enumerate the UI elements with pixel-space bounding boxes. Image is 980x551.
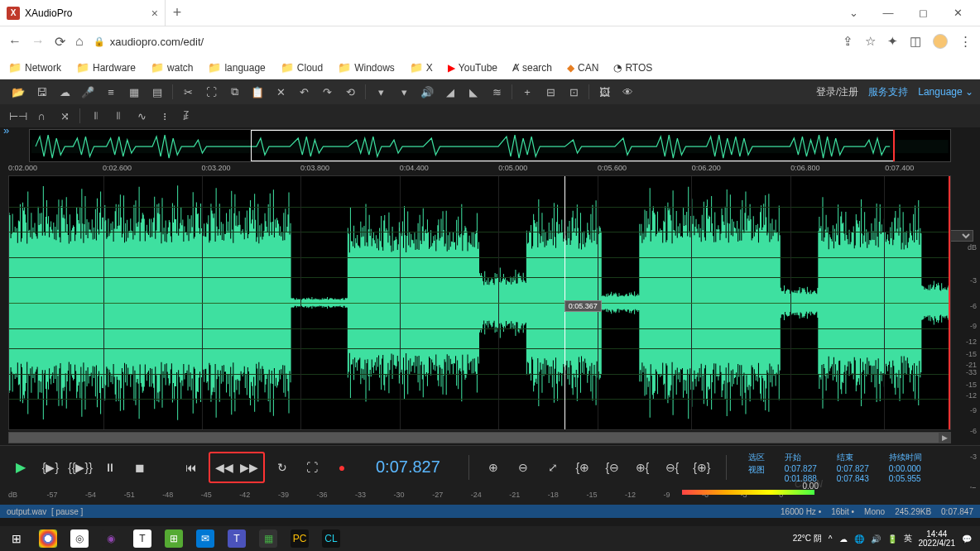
tray-cloud-icon[interactable]: ☁ bbox=[839, 534, 848, 544]
overview-selection[interactable] bbox=[251, 130, 895, 161]
list-icon[interactable]: ≡ bbox=[99, 80, 122, 103]
bookmark-cloud[interactable]: 📁Cloud bbox=[281, 61, 323, 74]
back-button[interactable]: ← bbox=[8, 34, 22, 49]
new-tab-button[interactable]: + bbox=[166, 4, 189, 22]
zoom-in-button[interactable]: ⊕ bbox=[481, 455, 506, 480]
open-icon[interactable]: 📂 bbox=[7, 80, 30, 103]
pause-button[interactable]: ⏸ bbox=[98, 455, 122, 480]
normalize-icon[interactable]: ≋ bbox=[485, 80, 508, 103]
window-close-icon[interactable]: ✕ bbox=[942, 7, 973, 19]
play-loop-button[interactable]: {{▶}} bbox=[68, 455, 93, 480]
taskbar-clion-icon[interactable]: CL bbox=[316, 527, 346, 550]
spectrum-icon[interactable]: ⫶ bbox=[153, 104, 176, 127]
reload-button[interactable]: ⟳ bbox=[55, 34, 65, 50]
play-selection-button[interactable]: {▶} bbox=[38, 455, 63, 480]
url-field[interactable]: 🔒 xaudiopro.com/edit/ bbox=[94, 36, 833, 48]
delete-icon[interactable]: ✕ bbox=[269, 80, 292, 103]
sidepanel-icon[interactable]: ◫ bbox=[910, 34, 921, 49]
panel-icon[interactable]: ▤ bbox=[146, 80, 169, 103]
bars-icon[interactable]: ⦀ bbox=[84, 104, 107, 127]
tray-network-icon[interactable]: 🌐 bbox=[854, 534, 864, 544]
extensions-icon[interactable]: ✦ bbox=[887, 34, 898, 49]
tray-volume-icon[interactable]: 🔊 bbox=[871, 534, 881, 544]
bookmark-language[interactable]: 📁language bbox=[208, 61, 265, 74]
copy-icon[interactable]: ⧉ bbox=[223, 80, 246, 103]
shuffle-icon[interactable]: ⤨ bbox=[53, 104, 76, 127]
zoom-out-button[interactable]: ⊖ bbox=[511, 455, 536, 480]
menu-icon[interactable]: ⋮ bbox=[959, 34, 972, 49]
scroll-right-icon[interactable]: ▶ bbox=[939, 433, 950, 443]
zoom-fit-button[interactable]: ⤢ bbox=[540, 455, 565, 480]
zoom-all-button[interactable]: {⊕} bbox=[689, 455, 714, 480]
scrollbar-thumb[interactable] bbox=[9, 433, 950, 443]
fade-out-icon[interactable]: ◣ bbox=[462, 80, 485, 103]
tray-ime-icon[interactable]: 英 bbox=[904, 533, 912, 544]
star-icon[interactable]: ☆ bbox=[865, 34, 876, 49]
share-icon[interactable]: ⇪ bbox=[843, 34, 853, 49]
tool1-icon[interactable]: ⊟ bbox=[539, 80, 562, 103]
pulse-icon[interactable]: ⺪ bbox=[176, 104, 199, 127]
loop-toggle-button[interactable]: ↻ bbox=[270, 455, 295, 480]
login-link[interactable]: 登录/注册 bbox=[816, 85, 858, 99]
window-restore-down-icon[interactable]: ⌄ bbox=[838, 7, 869, 19]
overview-waveform[interactable] bbox=[29, 129, 951, 162]
bookmark-windows[interactable]: 📁Windows bbox=[338, 61, 395, 74]
marker-icon[interactable]: ⊢⊣ bbox=[7, 104, 30, 127]
bookmark-search[interactable]: Ⱥsearch bbox=[512, 62, 552, 74]
paste-icon[interactable]: 📋 bbox=[246, 80, 269, 103]
refresh-icon[interactable]: ⟲ bbox=[339, 80, 362, 103]
save-icon[interactable]: 🖫 bbox=[30, 80, 53, 103]
dropdown2-icon[interactable]: ▾ bbox=[392, 80, 416, 103]
undo-icon[interactable]: ↶ bbox=[292, 80, 315, 103]
eq-icon[interactable]: ⫴ bbox=[107, 104, 130, 127]
bookmark-x[interactable]: 📁X bbox=[410, 61, 433, 74]
weather-widget[interactable]: 22°C 阴 bbox=[793, 533, 822, 544]
zoom-sel-in-button[interactable]: {⊕ bbox=[570, 455, 595, 480]
play-button[interactable]: ▶ bbox=[8, 455, 33, 480]
taskbar-app5-icon[interactable]: ▦ bbox=[253, 527, 283, 550]
bookmark-watch[interactable]: 📁watch bbox=[151, 61, 193, 74]
tray-chevron-icon[interactable]: ^ bbox=[829, 534, 833, 544]
start-button[interactable]: ⊞ bbox=[2, 527, 31, 550]
taskbar-outlook-icon[interactable]: ✉ bbox=[190, 527, 220, 550]
fullscreen-button[interactable]: ⛶ bbox=[300, 455, 324, 480]
tray-battery-icon[interactable]: 🔋 bbox=[887, 534, 897, 544]
rewind-button[interactable]: ◀◀ bbox=[212, 455, 237, 480]
window-icon[interactable]: ▦ bbox=[122, 80, 146, 103]
preview-icon[interactable]: 👁 bbox=[616, 80, 639, 103]
time-ruler[interactable]: 0:02.000 0:02.600 0:03.200 0:03.800 0:04… bbox=[8, 164, 951, 175]
crop-icon[interactable]: ⛶ bbox=[199, 80, 223, 103]
taskbar-teams-icon[interactable]: T bbox=[222, 527, 252, 550]
horizontal-scrollbar[interactable]: ◀ ▶ bbox=[8, 432, 951, 443]
add-icon[interactable]: + bbox=[516, 80, 539, 103]
skip-start-button[interactable]: ⏮ bbox=[179, 455, 204, 480]
home-button[interactable]: ⌂ bbox=[75, 34, 84, 49]
zoom-sel-out-button[interactable]: {⊖ bbox=[600, 455, 625, 480]
taskbar-app2-icon[interactable]: ◉ bbox=[96, 527, 126, 550]
bookmark-hardware[interactable]: 📁Hardware bbox=[76, 61, 136, 74]
tray-clock[interactable]: 14:44 2022/4/21 bbox=[919, 529, 956, 548]
record-button[interactable]: ● bbox=[329, 455, 354, 480]
tool2-icon[interactable]: ⊡ bbox=[562, 80, 585, 103]
language-dropdown[interactable]: Language ⌄ bbox=[918, 86, 973, 98]
zoom-end-button[interactable]: ⊖{ bbox=[660, 455, 685, 480]
window-minimize-icon[interactable]: — bbox=[872, 7, 904, 19]
profile-icon[interactable] bbox=[933, 34, 948, 49]
window-maximize-icon[interactable]: ◻ bbox=[907, 7, 939, 19]
loop-icon[interactable]: ∩ bbox=[30, 104, 53, 127]
image-icon[interactable]: 🖼 bbox=[593, 80, 616, 103]
zoom-start-button[interactable]: ⊕{ bbox=[630, 455, 655, 480]
bookmark-youtube[interactable]: ▶YouTube bbox=[448, 62, 497, 74]
bookmark-rtos[interactable]: ◔RTOS bbox=[613, 62, 652, 74]
support-link[interactable]: 服务支持 bbox=[868, 85, 908, 99]
dropdown1-icon[interactable]: ▾ bbox=[369, 80, 392, 103]
wave-icon[interactable]: ∿ bbox=[130, 104, 153, 127]
browser-tab[interactable]: X XAudioPro × bbox=[0, 0, 166, 26]
fade-in-icon[interactable]: ◢ bbox=[439, 80, 462, 103]
stop-button[interactable]: ◼ bbox=[127, 455, 152, 480]
redo-icon[interactable]: ↷ bbox=[315, 80, 339, 103]
taskbar-app4-icon[interactable]: ⊞ bbox=[159, 527, 189, 550]
cloud-icon[interactable]: ☁ bbox=[53, 80, 76, 103]
bookmark-network[interactable]: 📁Network bbox=[8, 61, 61, 74]
taskbar-pycharm-icon[interactable]: PC bbox=[285, 527, 315, 550]
